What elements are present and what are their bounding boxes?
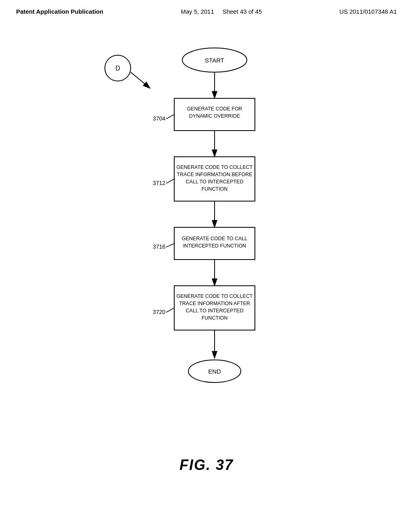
svg-text:GENERATE CODE TO COLLECT: GENERATE CODE TO COLLECT [177, 164, 253, 170]
svg-line-2 [131, 72, 150, 88]
page-header: Patent Application Publication May 5, 20… [0, 0, 413, 20]
svg-text:3716: 3716 [153, 243, 165, 250]
svg-text:DYNAMIC OVERRIDE: DYNAMIC OVERRIDE [189, 113, 240, 119]
svg-line-10 [166, 114, 174, 119]
svg-text:TRACE INFORMATION BEFORE: TRACE INFORMATION BEFORE [177, 172, 252, 177]
svg-text:TRACE INFORMATION AFTER: TRACE INFORMATION AFTER [179, 301, 250, 306]
svg-text:FUNCTION: FUNCTION [202, 186, 228, 192]
svg-text:GENERATE CODE TO COLLECT: GENERATE CODE TO COLLECT [177, 293, 253, 299]
flowchart-svg: D START GENERATE CODE FOR DYNAMIC OVERRI… [65, 36, 348, 431]
svg-text:CALL TO INTERCEPTED: CALL TO INTERCEPTED [186, 308, 244, 314]
header-sheet: Sheet 43 of 45 [223, 8, 262, 15]
header-date: May 5, 2011 [181, 8, 214, 15]
svg-text:INTERCEPTED FUNCTION: INTERCEPTED FUNCTION [183, 243, 246, 249]
svg-line-24 [166, 243, 174, 247]
header-patent-number: US 2011/0107348 A1 [339, 7, 397, 16]
svg-text:CALL TO INTERCEPTED: CALL TO INTERCEPTED [186, 179, 244, 185]
diagram-container: D START GENERATE CODE FOR DYNAMIC OVERRI… [0, 20, 413, 474]
svg-text:END: END [208, 368, 221, 375]
svg-text:3704: 3704 [153, 115, 165, 122]
header-date-sheet: May 5, 2011 Sheet 43 of 45 [181, 7, 262, 16]
svg-text:3720: 3720 [153, 309, 165, 315]
svg-text:GENERATE CODE TO CALL: GENERATE CODE TO CALL [182, 236, 248, 241]
svg-text:FUNCTION: FUNCTION [202, 315, 228, 321]
flowchart-wrapper: D START GENERATE CODE FOR DYNAMIC OVERRI… [65, 36, 348, 432]
svg-text:D: D [115, 65, 120, 72]
svg-text:GENERATE CODE FOR: GENERATE CODE FOR [187, 106, 242, 112]
figure-label: FIG. 37 [179, 457, 234, 474]
header-publication-label: Patent Application Publication [16, 7, 103, 16]
svg-line-32 [166, 308, 174, 312]
svg-text:START: START [205, 57, 224, 64]
svg-line-18 [166, 179, 174, 183]
svg-text:3712: 3712 [153, 180, 165, 186]
